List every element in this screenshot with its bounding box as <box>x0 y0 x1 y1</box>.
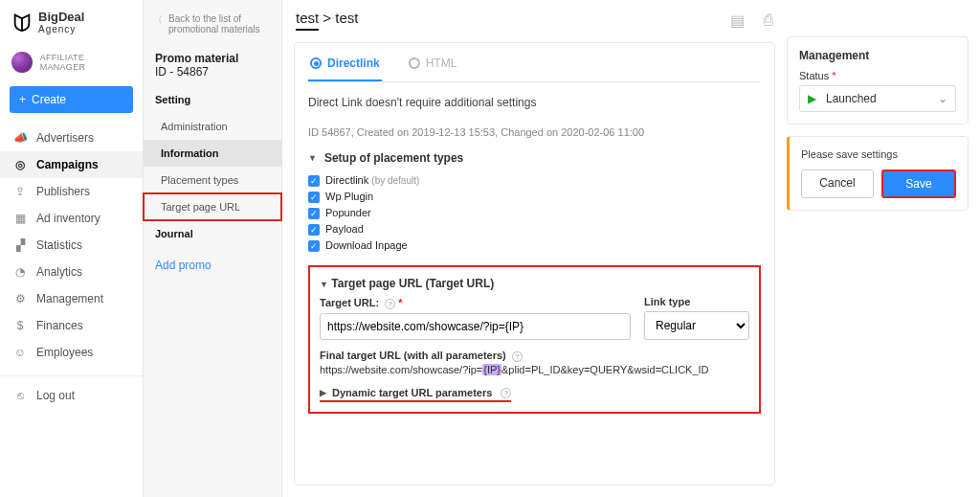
tab-html[interactable]: HTML <box>407 56 459 81</box>
document-icon[interactable]: ▤ <box>730 11 745 30</box>
help-icon[interactable]: ? <box>512 351 523 362</box>
snav-target-page-url[interactable]: Target page URL <box>144 193 281 220</box>
status-label: Status * <box>799 70 956 81</box>
meta-info: ID 54867, Created on 2019-12-13 15:53, C… <box>308 126 761 138</box>
tab-directlink[interactable]: Directlink <box>308 56 382 81</box>
nav-ad-inventory[interactable]: ▦Ad inventory <box>0 205 143 232</box>
target-url-section: ▼ Target page URL (Target URL) Target UR… <box>308 265 761 414</box>
radio-on-icon <box>310 57 322 69</box>
chart-icon: ▞ <box>13 238 27 252</box>
placement-popunder[interactable]: ✓Popunder <box>308 205 761 221</box>
nav-campaigns[interactable]: ◎Campaigns <box>0 151 143 178</box>
link-type-select[interactable]: Regular <box>644 311 749 340</box>
content-panel: Directlink HTML Direct Link doesn't requ… <box>294 42 775 486</box>
save-message: Please save settings <box>801 148 956 160</box>
breadcrumb: test > test <box>296 10 358 31</box>
snav-administration[interactable]: Administration <box>144 113 281 140</box>
secondary-nav: Setting Administration Information Place… <box>144 86 281 247</box>
tabs: Directlink HTML <box>308 56 761 82</box>
brand-logo: BigDealAgency <box>0 0 143 44</box>
dynamic-params-toggle[interactable]: ▶ Dynamic target URL parameters ? <box>320 387 511 402</box>
save-button[interactable]: Save <box>881 169 956 198</box>
target-url-label: Target URL: ? * <box>320 297 631 309</box>
nav-finances[interactable]: $Finances <box>0 312 143 339</box>
status-select[interactable]: ▶ Launched ⌄ <box>799 85 956 112</box>
brand-line2: Agency <box>38 24 84 34</box>
gear-icon: ⚙ <box>13 292 27 305</box>
dollar-icon: $ <box>13 319 27 332</box>
expand-icon: ▶ <box>320 388 326 397</box>
people-icon: ☺ <box>13 346 27 359</box>
nav-employees[interactable]: ☺Employees <box>0 339 143 366</box>
save-card: Please save settings Cancel Save <box>787 136 969 211</box>
back-link[interactable]: 〈Back to the list of promotional materia… <box>144 8 281 44</box>
upload-icon: ⇪ <box>13 185 27 198</box>
target-icon: ◎ <box>13 158 27 171</box>
secondary-sidebar: 〈Back to the list of promotional materia… <box>144 0 282 497</box>
collapse-icon[interactable]: ▼ <box>308 153 317 163</box>
placement-wp-plugin[interactable]: ✓Wp Plugin <box>308 189 761 205</box>
logout-icon: ⎋ <box>13 389 27 402</box>
plus-icon: + <box>19 93 26 106</box>
chevron-down-icon: ⌄ <box>938 92 947 105</box>
main-area: test > test ▤ ⎙ Directlink HTML Direct L… <box>282 0 980 497</box>
checkbox-checked-icon: ✓ <box>308 175 320 187</box>
direct-link-note: Direct Link doesn't require additional s… <box>308 96 761 109</box>
snav-journal[interactable]: Journal <box>144 220 281 247</box>
management-title: Management <box>799 49 956 62</box>
nav-statistics[interactable]: ▞Statistics <box>0 232 143 259</box>
placement-types-section: ▼Setup of placement types ✓Directlink (b… <box>308 151 761 254</box>
nav-publishers[interactable]: ⇪Publishers <box>0 178 143 205</box>
avatar <box>11 52 33 73</box>
placement-directlink[interactable]: ✓Directlink (by default) <box>308 172 761 189</box>
brand-line1: BigDeal <box>38 10 84 24</box>
final-url-label: Final target URL (with all parameters) ? <box>320 350 749 362</box>
management-card: Management Status * ▶ Launched ⌄ <box>787 36 969 124</box>
nav-analytics[interactable]: ◔Analytics <box>0 259 143 285</box>
nav-logout[interactable]: ⎋Log out <box>0 382 143 409</box>
logo-icon <box>11 11 33 33</box>
grid-icon: ▦ <box>13 212 27 225</box>
target-url-input[interactable] <box>320 313 631 340</box>
snav-placement-types[interactable]: Placement types <box>144 167 281 193</box>
add-promo-link[interactable]: Add promo <box>144 247 281 283</box>
final-url-value: https://website.com/showcase/?ip={IP}&pl… <box>320 364 749 375</box>
print-icon[interactable]: ⎙ <box>764 11 773 30</box>
role-block[interactable]: AFFILIATE MANAGER <box>0 44 143 80</box>
snav-setting[interactable]: Setting <box>144 86 281 113</box>
collapse-icon[interactable]: ▼ <box>320 280 328 289</box>
help-icon[interactable]: ? <box>385 299 395 309</box>
chevron-left-icon: 〈 <box>153 13 163 34</box>
radio-off-icon <box>409 57 420 69</box>
promo-material-heading: Promo materialID - 54867 <box>144 44 281 86</box>
placement-payload[interactable]: ✓Payload <box>308 221 761 237</box>
play-icon: ▶ <box>808 92 816 105</box>
cancel-button[interactable]: Cancel <box>801 169 874 198</box>
primary-sidebar: BigDealAgency AFFILIATE MANAGER +Create … <box>0 0 144 497</box>
placement-download-inpage[interactable]: ✓Download Inpage <box>308 237 761 254</box>
link-type-label: Link type <box>644 296 749 307</box>
megaphone-icon: 📣 <box>13 131 27 145</box>
help-icon: ? <box>501 388 511 398</box>
primary-nav: 📣Advertisers ◎Campaigns ⇪Publishers ▦Ad … <box>0 124 143 366</box>
nav-advertisers[interactable]: 📣Advertisers <box>0 124 143 151</box>
role-label: AFFILIATE MANAGER <box>40 53 131 72</box>
snav-information[interactable]: Information <box>144 140 281 167</box>
pie-icon: ◔ <box>13 265 27 279</box>
create-button[interactable]: +Create <box>10 86 133 113</box>
nav-management[interactable]: ⚙Management <box>0 285 143 312</box>
